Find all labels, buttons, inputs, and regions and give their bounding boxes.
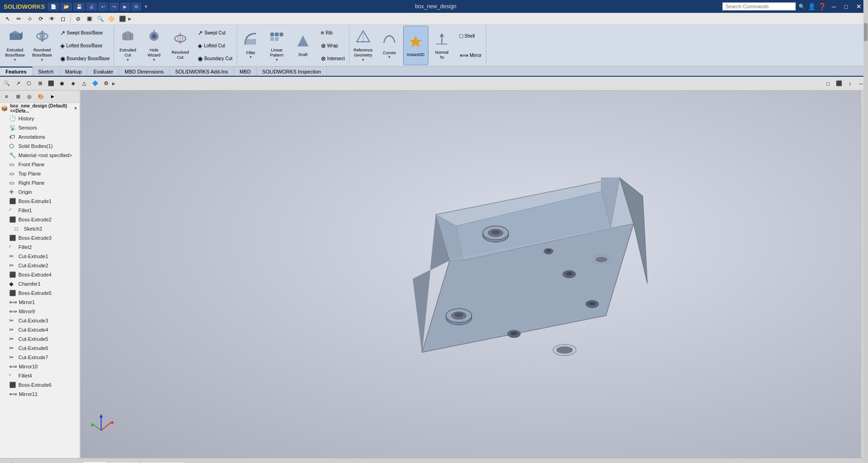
list-item[interactable]: ⟺ Mirror9	[0, 307, 80, 316]
close-button[interactable]: ✕	[853, 2, 864, 11]
search-input[interactable]	[722, 2, 796, 11]
view-icon-9[interactable]: 🔷	[90, 79, 100, 88]
shell-button[interactable]: □ Shell	[457, 31, 484, 41]
list-item[interactable]: ▭ Front Plane	[0, 160, 80, 169]
reference-geometry-button[interactable]: ReferenceGeometry ▼	[350, 26, 376, 65]
options-icon[interactable]: ⚙	[131, 3, 141, 11]
status-icon-3[interactable]: □	[15, 462, 18, 463]
sketch-tool[interactable]: ✏	[14, 14, 24, 23]
view-right-1[interactable]: □	[823, 79, 833, 88]
search-icon[interactable]: 🔍	[799, 4, 805, 10]
help-icon[interactable]: ❓	[818, 3, 826, 10]
ft-tool-4[interactable]: 🎨	[36, 92, 46, 101]
tab-sketch[interactable]: Sketch	[33, 67, 60, 76]
new-icon[interactable]: 📄	[48, 3, 59, 11]
list-item[interactable]: ⬛ Boss-Extrude2	[0, 215, 80, 224]
curves-button[interactable]: Curves ▼	[377, 26, 402, 65]
boundary-bossbase-button[interactable]: ◉ Boundary Boss/Base	[58, 54, 112, 63]
tab-model[interactable]: Model	[83, 461, 108, 463]
view-icon-7[interactable]: ◈	[68, 79, 78, 88]
list-item[interactable]: ⬛ Boss-Extrude3	[0, 233, 80, 243]
status-icon-2[interactable]: /	[11, 462, 13, 463]
open-icon[interactable]: 📂	[61, 3, 72, 11]
tab-3d-views[interactable]: 3D Views	[108, 461, 140, 463]
revolved-bossbase-arrow[interactable]: ▼	[40, 58, 44, 62]
lofted-cut-button[interactable]: ◈ Lofted Cut	[195, 41, 234, 51]
list-item[interactable]: ⬛ Boss-Extrude5	[0, 288, 80, 298]
list-item[interactable]: 🕐 History	[0, 114, 80, 123]
list-item[interactable]: ◜ Fillet1	[0, 206, 80, 215]
list-item[interactable]: ⬛ Boss-Extrude6	[0, 380, 80, 390]
list-item[interactable]: 📡 Sensors	[0, 123, 80, 132]
tab-markup[interactable]: Markup	[60, 67, 88, 76]
run-icon[interactable]: ▶	[120, 3, 130, 11]
redo-icon[interactable]: ↪	[109, 3, 119, 11]
feature-tree-root[interactable]: 📦 box_new_design (Default) <<Defa... ▼	[0, 103, 80, 114]
tab-evaluate[interactable]: Evaluate	[88, 67, 119, 76]
tab-solidworks-addins[interactable]: SOLIDWORKS Add-Ins	[170, 67, 234, 76]
user-icon[interactable]: 👤	[808, 3, 816, 10]
list-item[interactable]: ▭ Right Plane	[0, 178, 80, 187]
list-item[interactable]: ✂ Cut-Extrude4	[0, 325, 80, 334]
swept-cut-button[interactable]: ↗ Swept Cut	[195, 28, 234, 38]
section-view-tool[interactable]: ⊘	[73, 14, 83, 23]
list-item[interactable]: ⟺ Mirror10	[0, 362, 80, 371]
print-icon[interactable]: 🖨	[86, 3, 97, 11]
list-item[interactable]: ✂ Cut-Extrude2	[0, 261, 80, 270]
tab-motion-study-1[interactable]: Motion Study 1	[141, 461, 184, 463]
swept-bossbase-button[interactable]: ↗ Swept Boss/Base	[58, 28, 112, 38]
list-item[interactable]: ✂ Cut-Extrude1	[0, 252, 80, 261]
tab-mbd-dimensions[interactable]: MBD Dimensions	[119, 67, 170, 76]
view-icon-5[interactable]: ⬛	[46, 79, 56, 88]
fillet-button[interactable]: Fillet ▼	[238, 26, 263, 65]
list-item[interactable]: ⬛ Boss-Extrude1	[0, 197, 80, 206]
ft-tool-5[interactable]: ▶	[47, 92, 57, 101]
status-icon-6[interactable]: ←	[35, 462, 41, 463]
boundary-cut-button[interactable]: ◉ Boundary Cut	[195, 54, 234, 63]
ft-tool-2[interactable]: ⊞	[13, 92, 23, 101]
view-icon-3[interactable]: ⬡	[24, 79, 34, 88]
linear-pattern-arrow[interactable]: ▼	[275, 58, 279, 62]
status-icon-10[interactable]: △	[70, 462, 75, 463]
viewport[interactable]	[80, 90, 861, 458]
root-arrow[interactable]: ▼	[74, 106, 78, 111]
list-item[interactable]: ⬛ Boss-Extrude4	[0, 270, 80, 279]
render-tool[interactable]: 🔆	[106, 14, 116, 23]
rebuild-tool[interactable]: ⟳	[36, 14, 46, 23]
list-item[interactable]: 🔧 Material <not specified>	[0, 151, 80, 160]
status-icon-5[interactable]: ↗	[28, 462, 33, 463]
normal-to-button[interactable]: NormalTo	[429, 26, 455, 65]
instant3d-button[interactable]: Instant3D	[403, 26, 428, 65]
save-icon[interactable]: 💾	[74, 3, 85, 11]
list-item[interactable]: ▭ Top Plane	[0, 169, 80, 178]
display-tool[interactable]: 👁	[47, 14, 57, 23]
view-icon-6[interactable]: ◉	[57, 79, 67, 88]
wrap-button[interactable]: ⊕ Wrap	[319, 41, 347, 51]
zoom-tool[interactable]: 🔍	[95, 14, 105, 23]
ft-tool-3[interactable]: ◎	[24, 92, 34, 101]
list-item[interactable]: ✂ Cut-Extrude3	[0, 316, 80, 325]
reference-geometry-arrow[interactable]: ▼	[361, 58, 365, 62]
tab-solidworks-inspection[interactable]: SOLIDWORKS Inspection	[257, 67, 327, 76]
smart-dimension-tool[interactable]: ⊹	[25, 14, 35, 23]
maximize-button[interactable]: □	[841, 2, 851, 11]
list-item[interactable]: ◜ Fillet4	[0, 371, 80, 380]
list-item[interactable]: ◜ Fillet2	[0, 243, 80, 252]
status-icon-9[interactable]: ⊟	[63, 462, 69, 463]
view-icon-10[interactable]: ⚙	[101, 79, 111, 88]
ft-tool-1[interactable]: ≡	[1, 92, 11, 101]
minimize-button[interactable]: ─	[829, 2, 839, 11]
extruded-cut-button[interactable]: ExtrudedCut ▼	[115, 26, 140, 65]
extruded-cut-arrow[interactable]: ▼	[126, 58, 130, 62]
list-item[interactable]: ◆ Chamfer1	[0, 279, 80, 288]
list-item[interactable]: ✛ Origin	[0, 187, 80, 197]
list-item[interactable]: □ Sketch2	[0, 224, 80, 233]
list-item[interactable]: ⟺ Mirror11	[0, 390, 80, 399]
list-item[interactable]: ⬡ Solid Bodies(1)	[0, 141, 80, 151]
fillet-arrow[interactable]: ▼	[249, 55, 252, 59]
display-state-tool[interactable]: ⬛	[117, 14, 127, 23]
view-icon-4[interactable]: ⊞	[35, 79, 45, 88]
selection-tool[interactable]: ↖	[3, 14, 13, 23]
tab-mbd[interactable]: MBD	[234, 67, 257, 76]
status-icon-8[interactable]: ⊞	[56, 462, 61, 463]
